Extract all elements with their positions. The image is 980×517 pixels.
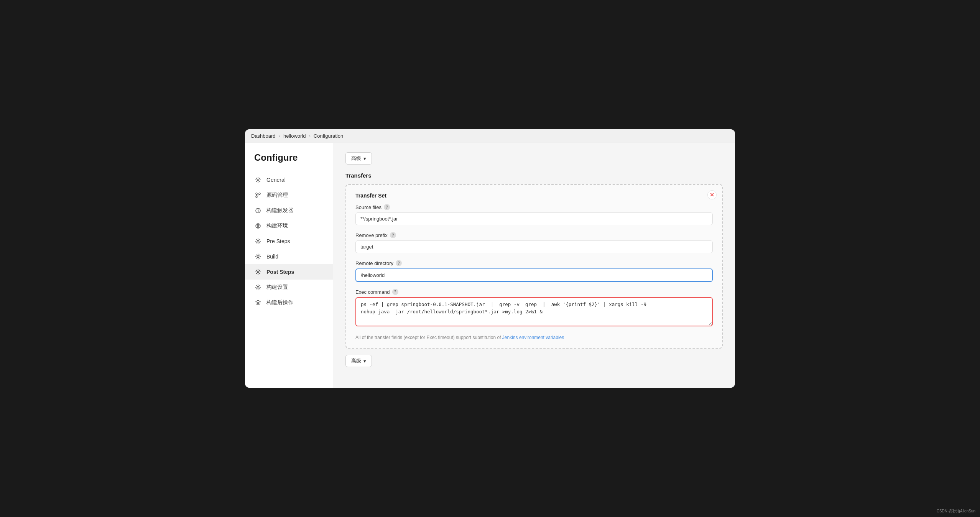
sidebar-item-source[interactable]: 源码管理 bbox=[245, 188, 333, 203]
transfer-set-title: Transfer Set bbox=[355, 193, 713, 199]
sidebar-item-presteps[interactable]: Pre Steps bbox=[245, 234, 333, 249]
sidebar-item-source-label: 源码管理 bbox=[266, 192, 288, 199]
sidebar-item-env[interactable]: 构建环境 bbox=[245, 218, 333, 234]
svg-point-7 bbox=[257, 256, 259, 258]
poststeps-gear-icon bbox=[254, 268, 262, 276]
remove-prefix-input[interactable] bbox=[355, 240, 713, 253]
advanced-button-top-label: 高级 bbox=[351, 155, 361, 162]
breadcrumb-dashboard[interactable]: Dashboard bbox=[251, 133, 276, 139]
buildsettings-gear-icon bbox=[254, 283, 262, 291]
advanced-button-bottom-label: 高级 bbox=[351, 357, 361, 364]
sidebar-item-postbuild-label: 构建后操作 bbox=[266, 299, 293, 306]
svg-point-8 bbox=[257, 271, 259, 273]
globe-icon bbox=[254, 222, 262, 230]
sidebar-title: Configure bbox=[245, 152, 333, 172]
sidebar-item-env-label: 构建环境 bbox=[266, 222, 288, 229]
sidebar-item-presteps-label: Pre Steps bbox=[266, 238, 290, 244]
transfers-title: Transfers bbox=[345, 172, 723, 179]
sidebar-item-build[interactable]: Build bbox=[245, 249, 333, 264]
exec-command-label: Exec command ? bbox=[355, 289, 713, 295]
chevron-down-icon-bottom: ▾ bbox=[363, 358, 366, 364]
source-files-help-icon[interactable]: ? bbox=[384, 204, 390, 210]
build-gear-icon bbox=[254, 253, 262, 260]
sidebar-item-poststeps-label: Post Steps bbox=[266, 269, 294, 275]
sidebar-item-triggers-label: 构建触发器 bbox=[266, 207, 293, 214]
branch-icon bbox=[254, 191, 262, 199]
source-files-label: Source files ? bbox=[355, 204, 713, 210]
advanced-button-bottom[interactable]: 高级 ▾ bbox=[345, 355, 372, 367]
sidebar-item-poststeps[interactable]: Post Steps bbox=[245, 264, 333, 280]
content-area: 高级 ▾ Transfers Transfer Set ✕ Source fil… bbox=[333, 143, 735, 388]
sidebar-item-general[interactable]: General bbox=[245, 172, 333, 188]
svg-point-9 bbox=[257, 286, 259, 288]
breadcrumb-configuration: Configuration bbox=[314, 133, 343, 139]
remote-directory-label: Remote directory ? bbox=[355, 260, 713, 266]
sidebar-item-general-label: General bbox=[266, 177, 286, 183]
remove-prefix-label: Remove prefix ? bbox=[355, 232, 713, 238]
remote-directory-group: Remote directory ? bbox=[355, 260, 713, 282]
transfer-set-box: Transfer Set ✕ Source files ? Remove pre… bbox=[345, 184, 723, 349]
remove-prefix-help-icon[interactable]: ? bbox=[390, 232, 396, 238]
exec-command-group: Exec command ? ps -ef | grep springboot-… bbox=[355, 289, 713, 328]
breadcrumb: Dashboard › helloworld › Configuration bbox=[251, 133, 343, 139]
remove-prefix-group: Remove prefix ? bbox=[355, 232, 713, 253]
close-transfer-set-button[interactable]: ✕ bbox=[707, 190, 717, 199]
titlebar: Dashboard › helloworld › Configuration bbox=[245, 129, 735, 143]
sidebar-item-buildsettings[interactable]: 构建设置 bbox=[245, 280, 333, 295]
gear-icon bbox=[254, 176, 262, 184]
svg-point-6 bbox=[257, 240, 259, 242]
sidebar-item-build-label: Build bbox=[266, 254, 278, 260]
chevron-down-icon: ▾ bbox=[363, 156, 366, 161]
breadcrumb-sep-2: › bbox=[309, 133, 311, 139]
transfer-help-text: All of the transfer fields (except for E… bbox=[355, 335, 713, 340]
watermark: CSDN @孙治AllenSun bbox=[937, 509, 975, 514]
layers-icon bbox=[254, 299, 262, 306]
breadcrumb-sep-1: › bbox=[279, 133, 280, 139]
svg-point-0 bbox=[257, 179, 259, 181]
source-files-group: Source files ? bbox=[355, 204, 713, 225]
sidebar-item-triggers[interactable]: 构建触发器 bbox=[245, 203, 333, 218]
clock-icon bbox=[254, 207, 262, 214]
presteps-gear-icon bbox=[254, 237, 262, 245]
remote-directory-input[interactable] bbox=[355, 268, 713, 282]
sidebar-item-postbuild[interactable]: 构建后操作 bbox=[245, 295, 333, 310]
exec-command-textarea[interactable]: ps -ef | grep springboot-0.0.1-SNAPSHOT.… bbox=[355, 297, 713, 326]
source-files-input[interactable] bbox=[355, 212, 713, 225]
advanced-button-top[interactable]: 高级 ▾ bbox=[345, 152, 372, 165]
breadcrumb-helloworld[interactable]: helloworld bbox=[283, 133, 306, 139]
remote-directory-help-icon[interactable]: ? bbox=[396, 260, 402, 266]
sidebar: Configure General bbox=[245, 143, 333, 388]
sidebar-item-buildsettings-label: 构建设置 bbox=[266, 284, 288, 291]
jenkins-env-vars-link[interactable]: Jenkins environment variables bbox=[502, 335, 564, 340]
exec-command-help-icon[interactable]: ? bbox=[392, 289, 398, 295]
